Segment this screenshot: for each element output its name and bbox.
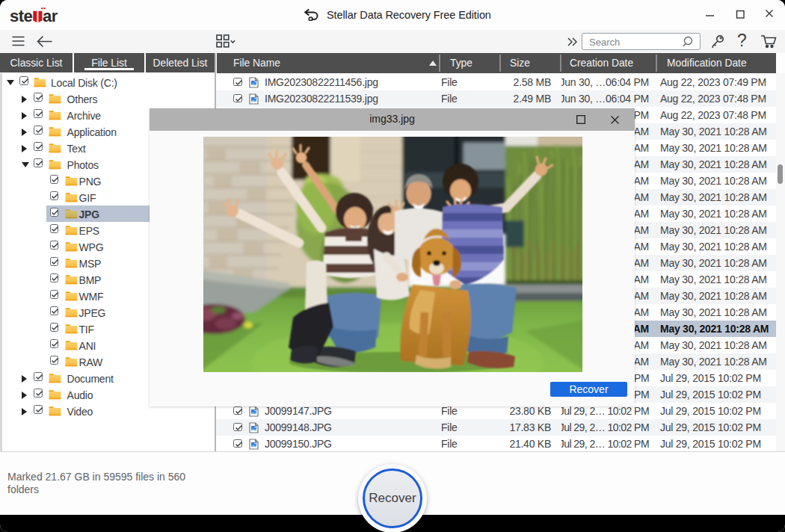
svg-text:ar: ar (43, 7, 58, 25)
svg-text:ste: ste (10, 7, 33, 25)
